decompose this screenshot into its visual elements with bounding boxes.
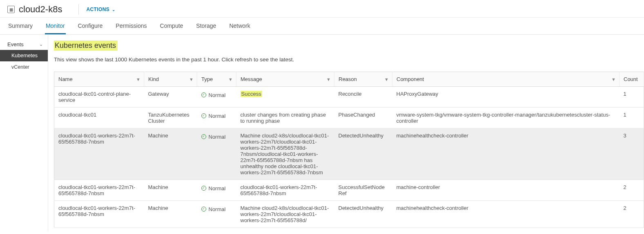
cell-name: cloudlocal-tkc01-workers-22m7t-65f565788… (54, 201, 144, 228)
cell-name: cloudlocal-tkc01-workers-22m7t-65f565788… (54, 128, 144, 180)
cell-kind: Machine (144, 128, 197, 180)
cell-count: 1 (619, 108, 644, 128)
cell-kind: TanzuKubernetesCluster (144, 108, 197, 128)
cell-component: HAProxyGateway (392, 87, 619, 108)
section-description: This view shows the last 1000 Kubernetes… (54, 56, 644, 63)
column-header-component[interactable]: Component▼ (392, 72, 619, 87)
tab-monitor[interactable]: Monitor (45, 18, 66, 34)
filter-icon[interactable]: ▼ (611, 77, 616, 82)
sidebar: Events ⌄ KubernetesvCenter (0, 35, 48, 231)
cell-component: machinehealthcheck-controller (392, 128, 619, 180)
table-row[interactable]: cloudlocal-tkc01-workers-22m7t-65f565788… (54, 201, 644, 228)
type-label: Normal (209, 206, 226, 212)
cell-kind: Machine (144, 180, 197, 201)
cell-count: 2 (619, 201, 644, 228)
column-header-type[interactable]: Type▼ (197, 72, 236, 87)
tab-configure[interactable]: Configure (77, 18, 104, 34)
cell-count: 1 (619, 87, 644, 108)
column-label: Count (624, 76, 638, 82)
check-circle-icon: ✓ (201, 207, 206, 212)
cell-message: Machine cloud2-k8s/cloudlocal-tkc01-work… (236, 128, 334, 180)
column-header-name[interactable]: Name▼ (54, 72, 144, 87)
cell-message: cloudlocal-tkc01-workers-22m7t-65f565788… (236, 180, 334, 201)
column-label: Message (241, 76, 262, 82)
column-label: Reason (339, 76, 357, 82)
table-row[interactable]: cloudlocal-tkc01-workers-22m7t-65f565788… (54, 180, 644, 201)
cell-name: cloudlocal-tkc01-control-plane-service (54, 87, 144, 108)
chevron-down-icon: ⌄ (39, 42, 43, 47)
type-label: Normal (209, 92, 226, 98)
namespace-icon: ▦ (7, 6, 15, 13)
sidebar-group-label: Events (7, 41, 24, 47)
divider (78, 4, 79, 15)
column-label: Kind (148, 76, 159, 82)
cell-count: 3 (619, 128, 644, 180)
filter-icon[interactable]: ▼ (326, 77, 331, 82)
cell-component: machinehealthcheck-controller (392, 201, 619, 228)
column-label: Component (397, 76, 424, 82)
filter-icon[interactable]: ▼ (136, 77, 140, 82)
column-label: Name (58, 76, 73, 82)
check-circle-icon: ✓ (201, 186, 206, 191)
type-label: Normal (209, 134, 226, 140)
type-label: Normal (209, 113, 226, 119)
column-label: Type (201, 76, 213, 82)
main-tabs: SummaryMonitorConfigurePermissionsComput… (0, 18, 644, 35)
table-row[interactable]: cloudlocal-tkc01-control-plane-serviceGa… (54, 87, 644, 108)
chevron-down-icon: ⌄ (112, 7, 115, 12)
cell-count: 2 (619, 180, 644, 201)
page-header: ▦ cloud2-k8s ACTIONS ⌄ (0, 0, 644, 18)
sidebar-group-events[interactable]: Events ⌄ (0, 39, 48, 50)
cell-name: cloudlocal-tkc01 (54, 108, 144, 128)
cell-kind: Machine (144, 201, 197, 228)
check-circle-icon: ✓ (201, 113, 206, 118)
table-row[interactable]: cloudlocal-tkc01TanzuKubernetesCluster✓N… (54, 108, 644, 128)
main-content: Kubernetes events This view shows the la… (48, 35, 644, 231)
tab-compute[interactable]: Compute (159, 18, 184, 34)
page-title: cloud2-k8s (19, 4, 62, 15)
cell-message: Machine cloud2-k8s/cloudlocal-tkc01-work… (236, 201, 334, 228)
cell-type: ✓Normal (197, 87, 236, 108)
column-header-kind[interactable]: Kind▼ (144, 72, 197, 87)
check-circle-icon: ✓ (201, 92, 206, 97)
column-header-reason[interactable]: Reason▼ (334, 72, 392, 87)
tab-permissions[interactable]: Permissions (115, 18, 147, 34)
cell-reason: DetectedUnhealthy (334, 201, 392, 228)
cell-component: machine-controller (392, 180, 619, 201)
filter-icon[interactable]: ▼ (228, 77, 233, 82)
tab-network[interactable]: Network (228, 18, 251, 34)
cell-reason: DetectedUnhealthy (334, 128, 392, 180)
events-table: Name▼Kind▼Type▼Message▼Reason▼Component▼… (54, 72, 644, 228)
cell-component: vmware-system-tkg/vmware-system-tkg-cont… (392, 108, 619, 128)
cell-type: ✓Normal (197, 201, 236, 228)
section-title: Kubernetes events (54, 40, 118, 51)
check-circle-icon: ✓ (201, 134, 206, 139)
cell-reason: PhaseChanged (334, 108, 392, 128)
cell-reason: SuccessfulSetNodeRef (334, 180, 392, 201)
sidebar-item-kubernetes[interactable]: Kubernetes (0, 50, 48, 61)
cell-kind: Gateway (144, 87, 197, 108)
cell-message: cluster changes from creating phase to r… (236, 108, 334, 128)
cell-reason: Reconcile (334, 87, 392, 108)
column-header-message[interactable]: Message▼ (236, 72, 334, 87)
cell-type: ✓Normal (197, 180, 236, 201)
filter-icon[interactable]: ▼ (189, 77, 194, 82)
actions-menu[interactable]: ACTIONS ⌄ (86, 7, 115, 12)
tab-storage[interactable]: Storage (195, 18, 217, 34)
cell-message: Success (236, 87, 334, 108)
table-row[interactable]: cloudlocal-tkc01-workers-22m7t-65f565788… (54, 128, 644, 180)
cell-type: ✓Normal (197, 108, 236, 128)
filter-icon[interactable]: ▼ (384, 77, 389, 82)
actions-label: ACTIONS (86, 7, 109, 12)
sidebar-item-vcenter[interactable]: vCenter (0, 61, 48, 73)
tab-summary[interactable]: Summary (7, 18, 33, 34)
cell-type: ✓Normal (197, 128, 236, 180)
column-header-count[interactable]: Count (619, 72, 644, 87)
cell-name: cloudlocal-tkc01-workers-22m7t-65f565788… (54, 180, 144, 201)
type-label: Normal (209, 185, 226, 191)
